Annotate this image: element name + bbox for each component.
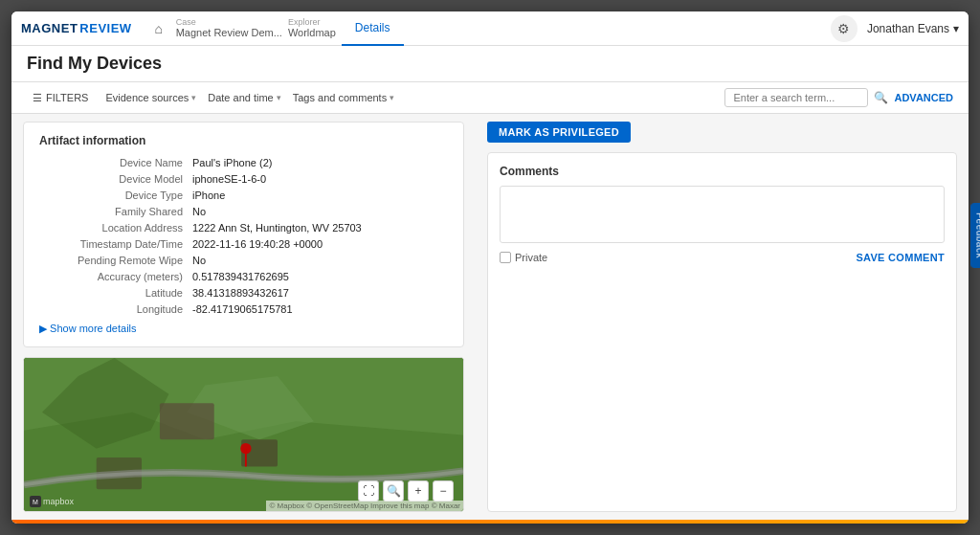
map-fullscreen-btn[interactable]: ⛶: [358, 480, 379, 502]
label-latitude: Latitude: [39, 287, 192, 299]
artifact-row-latitude: Latitude 38.41318893432617: [39, 287, 448, 299]
page-title: Find My Devices: [27, 54, 162, 73]
artifact-row-device-model: Device Model iphoneSE-1-6-0: [39, 173, 448, 185]
comments-textarea[interactable]: [500, 186, 945, 243]
label-location: Location Address: [39, 222, 192, 234]
main-content: Artifact information Device Name Paul's …: [11, 114, 969, 520]
artifact-row-wipe: Pending Remote Wipe No: [39, 255, 448, 266]
artifact-row-family-shared: Family Shared No: [39, 206, 448, 217]
filters-button[interactable]: ☰ FILTERS: [27, 90, 94, 106]
breadcrumb-explorer: Explorer Worldmap: [288, 17, 336, 40]
label-longitude: Longitude: [39, 303, 192, 315]
value-family-shared: No: [192, 206, 206, 217]
user-chevron-icon: ▾: [953, 22, 959, 35]
artifact-info-card: Artifact information Device Name Paul's …: [23, 122, 464, 347]
evidence-sources-filter[interactable]: Evidence sources ▾: [105, 92, 196, 103]
search-bar: 🔍 ADVANCED: [724, 88, 953, 107]
right-panel: MARK AS PRIVILEGED Comments Private SAVE…: [476, 114, 969, 520]
value-device-name: Paul's iPhone (2): [192, 157, 272, 168]
mark-privileged-wrapper: MARK AS PRIVILEGED: [487, 122, 957, 143]
filter-bar: ☰ FILTERS Evidence sources ▾ Date and ti…: [11, 82, 969, 114]
save-comment-button[interactable]: SAVE COMMENT: [856, 252, 945, 263]
mapbox-icon: M: [30, 496, 41, 507]
tags-comments-filter[interactable]: Tags and comments ▾: [293, 92, 394, 103]
feedback-tab[interactable]: Feedback: [971, 203, 981, 268]
private-checkbox[interactable]: [500, 252, 511, 263]
date-time-label: Date and time: [208, 92, 273, 103]
breadcrumb: Case Magnet Review Dem...: [176, 17, 282, 40]
breadcrumb-case[interactable]: Case Magnet Review Dem...: [176, 17, 282, 40]
home-icon[interactable]: ⌂: [147, 17, 170, 40]
date-time-filter[interactable]: Date and time ▾: [208, 92, 280, 103]
filters-label: FILTERS: [46, 92, 88, 103]
artifact-row-accuracy: Accuracy (meters) 0.517839431762695: [39, 271, 448, 282]
artifact-row-device-name: Device Name Paul's iPhone (2): [39, 157, 448, 168]
map-container: ⛶ 🔍 + − M mapbox © Mapbox © OpenStreetMa…: [23, 357, 464, 512]
svg-rect-4: [160, 403, 214, 439]
user-menu[interactable]: Jonathan Evans ▾: [867, 22, 959, 35]
breadcrumb-explorer-value: Worldmap: [288, 27, 336, 39]
logo-review: REVIEW: [79, 21, 131, 35]
left-panel: Artifact information Device Name Paul's …: [11, 114, 476, 520]
settings-icon-btn[interactable]: ⚙: [831, 15, 858, 42]
advanced-button[interactable]: ADVANCED: [894, 92, 953, 103]
label-accuracy: Accuracy (meters): [39, 271, 192, 282]
artifact-row-device-type: Device Type iPhone: [39, 189, 448, 201]
label-wipe: Pending Remote Wipe: [39, 255, 192, 266]
private-label: Private: [515, 252, 547, 263]
artifact-row-timestamp: Timestamp Date/Time 2022-11-16 19:40:28 …: [39, 238, 448, 250]
breadcrumb-case-value: Magnet Review Dem...: [176, 27, 282, 39]
search-icon[interactable]: 🔍: [874, 91, 888, 104]
label-device-name: Device Name: [39, 157, 192, 168]
label-timestamp: Timestamp Date/Time: [39, 238, 192, 250]
value-wipe: No: [192, 255, 206, 266]
artifact-section-title: Artifact information: [39, 134, 448, 147]
comments-footer: Private SAVE COMMENT: [500, 252, 945, 263]
mapbox-logo: M mapbox: [30, 496, 74, 507]
map-zoom-in-btn[interactable]: +: [408, 480, 429, 502]
tab-details[interactable]: Details: [342, 11, 404, 46]
map-controls: ⛶ 🔍 + −: [358, 480, 454, 502]
user-name: Jonathan Evans: [867, 22, 949, 35]
evidence-sources-chevron: ▾: [191, 93, 196, 102]
breadcrumb-case-label: Case: [176, 17, 282, 28]
tags-comments-label: Tags and comments: [293, 92, 387, 103]
label-device-type: Device Type: [39, 189, 192, 201]
map-attribution: © Mapbox © OpenStreetMap Improve this ma…: [266, 501, 463, 511]
page-header: Find My Devices: [11, 46, 969, 82]
breadcrumb-explorer-item[interactable]: Explorer Worldmap: [288, 17, 336, 40]
filter-icon: ☰: [33, 92, 42, 104]
comments-card: Comments Private SAVE COMMENT: [487, 152, 957, 512]
search-input[interactable]: [724, 88, 868, 107]
nav-right: ⚙ Jonathan Evans ▾: [831, 15, 959, 42]
private-checkbox-group[interactable]: Private: [500, 252, 547, 263]
value-timestamp: 2022-11-16 19:40:28 +0000: [192, 238, 323, 250]
show-more-details[interactable]: ▶ Show more details: [39, 323, 448, 335]
logo-magnet: MAGNET: [21, 21, 78, 35]
mark-privileged-button[interactable]: MARK AS PRIVILEGED: [487, 122, 631, 143]
value-device-type: iPhone: [192, 189, 225, 201]
map-search-btn[interactable]: 🔍: [383, 480, 404, 502]
comments-title: Comments: [500, 165, 945, 178]
top-navigation: MAGNET REVIEW ⌂ Case Magnet Review Dem..…: [11, 11, 969, 46]
app-logo: MAGNET REVIEW: [21, 21, 132, 35]
map-zoom-out-btn[interactable]: −: [433, 480, 454, 502]
value-location: 1222 Ann St, Huntington, WV 25703: [192, 222, 362, 234]
bottom-bar: [11, 520, 969, 524]
label-family-shared: Family Shared: [39, 206, 192, 217]
artifact-row-longitude: Longitude -82.41719065175781: [39, 303, 448, 315]
artifact-row-location: Location Address 1222 Ann St, Huntington…: [39, 222, 448, 234]
label-device-model: Device Model: [39, 173, 192, 185]
tags-comments-chevron: ▾: [390, 93, 394, 102]
value-longitude: -82.41719065175781: [192, 303, 293, 315]
evidence-sources-label: Evidence sources: [105, 92, 189, 103]
breadcrumb-explorer-label: Explorer: [288, 17, 336, 28]
value-accuracy: 0.517839431762695: [192, 271, 289, 282]
value-latitude: 38.41318893432617: [192, 287, 289, 299]
value-device-model: iphoneSE-1-6-0: [192, 173, 266, 185]
date-time-chevron: ▾: [277, 93, 281, 102]
mapbox-label: mapbox: [43, 497, 74, 506]
